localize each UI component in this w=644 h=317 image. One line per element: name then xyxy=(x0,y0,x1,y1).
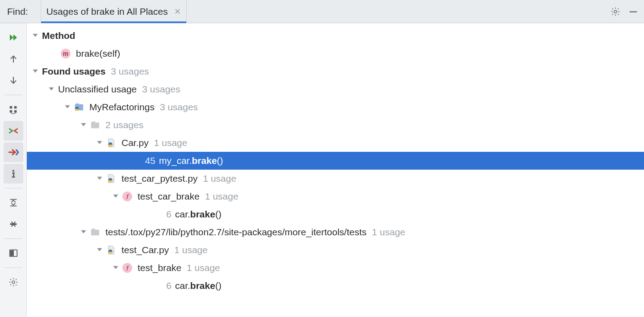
code-snippet: car.brake() xyxy=(175,280,222,291)
svg-rect-5 xyxy=(14,110,17,113)
tree-node-file[interactable]: Car.py 1 usage xyxy=(27,134,644,152)
tab-usages[interactable]: Usages of brake in All Places ✕ xyxy=(41,0,187,23)
chevron-down-icon[interactable] xyxy=(31,32,39,40)
tree-node-function[interactable]: f test_car_brake 1 usage xyxy=(27,188,644,205)
chevron-down-icon[interactable] xyxy=(31,67,39,75)
chevron-down-icon[interactable] xyxy=(79,121,88,129)
rerun-button[interactable] xyxy=(4,28,23,47)
expand-all-button[interactable] xyxy=(4,193,23,213)
node-label: Unclassified usage xyxy=(58,84,137,95)
tree-node-function[interactable]: f test_brake 1 usage xyxy=(27,259,644,277)
code-snippet: my_car.brake() xyxy=(159,155,223,166)
chevron-down-icon[interactable] xyxy=(47,85,55,93)
code-pre: car. xyxy=(175,209,190,219)
python-file-icon xyxy=(106,138,116,148)
tree-node-unclassified[interactable]: Unclassified usage 3 usages xyxy=(27,80,644,98)
chevron-down-icon[interactable] xyxy=(112,264,120,272)
usage-count: 1 usage xyxy=(154,138,188,148)
svg-rect-4 xyxy=(9,110,12,113)
tree-node-usage[interactable]: 6 car.brake() xyxy=(27,205,644,223)
code-post: () xyxy=(217,155,223,166)
node-label: test_car_pytest.py xyxy=(121,173,197,184)
usage-count: 1 usage xyxy=(187,263,220,273)
code-post: () xyxy=(215,209,222,219)
line-number: 6 xyxy=(154,280,171,291)
python-project-icon xyxy=(74,102,84,112)
code-snippet: car.brake() xyxy=(175,209,222,220)
folder-icon xyxy=(90,120,100,130)
svg-point-0 xyxy=(614,10,617,13)
import-dep-button[interactable] xyxy=(4,142,23,162)
chevron-down-icon[interactable] xyxy=(79,228,88,236)
code-match: brake xyxy=(190,209,215,219)
usage-count: 2 usages xyxy=(105,120,143,130)
code-pre: car. xyxy=(175,280,190,291)
chevron-down-icon[interactable] xyxy=(96,139,104,147)
svg-rect-3 xyxy=(14,106,17,109)
method-icon: m xyxy=(61,49,71,58)
collapse-all-button[interactable] xyxy=(4,214,23,234)
preview-button[interactable] xyxy=(4,243,23,263)
svg-rect-2 xyxy=(9,106,12,109)
chevron-down-icon[interactable] xyxy=(112,192,120,200)
svg-rect-11 xyxy=(10,251,13,256)
svg-point-6 xyxy=(12,170,14,171)
python-file-icon xyxy=(106,174,116,184)
usage-count: 3 usages xyxy=(142,84,180,95)
node-label: MyRefactorings xyxy=(89,102,155,113)
close-icon[interactable]: ✕ xyxy=(174,7,181,17)
node-label: Car.py xyxy=(121,138,149,148)
group-by-button[interactable] xyxy=(4,100,23,119)
info-button[interactable] xyxy=(4,164,23,184)
minimize-icon[interactable] xyxy=(627,5,640,18)
tree-node-file[interactable]: test_Car.py 1 usage xyxy=(27,241,644,259)
merge-usages-button[interactable] xyxy=(4,121,23,141)
tree-node-folder[interactable]: tests/.tox/py27/lib/python2.7/site-packa… xyxy=(27,223,644,241)
python-file-icon xyxy=(106,245,116,255)
tree-node-project[interactable]: MyRefactorings 3 usages xyxy=(27,98,644,116)
tab-title: Usages of brake in All Places xyxy=(46,6,168,17)
method-signature: brake(self) xyxy=(76,48,120,59)
node-label: test_Car.py xyxy=(121,245,169,255)
tree-node-method[interactable]: m brake(self) xyxy=(27,45,644,63)
code-pre: my_car. xyxy=(159,155,192,166)
code-match: brake xyxy=(190,280,215,291)
find-label: Find: xyxy=(7,6,28,17)
next-occurrence-button[interactable] xyxy=(4,71,23,90)
svg-rect-1 xyxy=(630,11,637,13)
line-number: 45 xyxy=(138,155,155,166)
code-post: () xyxy=(215,280,222,291)
usage-tree[interactable]: Method m brake(self) Found usages 3 usag… xyxy=(27,23,644,317)
svg-rect-9 xyxy=(12,176,15,177)
tree-node-file[interactable]: test_car_pytest.py 1 usage xyxy=(27,170,644,188)
folder-icon xyxy=(90,227,100,237)
chevron-down-icon[interactable] xyxy=(63,103,71,111)
node-label: test_brake xyxy=(138,263,181,273)
usage-count: 1 usage xyxy=(174,245,208,255)
function-icon: f xyxy=(122,192,132,201)
line-number: 6 xyxy=(154,209,171,220)
svg-rect-8 xyxy=(13,172,14,177)
tree-node-usage[interactable]: 45 my_car.brake() xyxy=(27,152,644,170)
chevron-down-icon[interactable] xyxy=(96,175,104,183)
usage-count: 1 usage xyxy=(203,173,236,184)
usage-count: 3 usages xyxy=(111,66,149,77)
toolstrip xyxy=(0,23,27,317)
chevron-down-icon[interactable] xyxy=(96,246,104,254)
svg-point-12 xyxy=(12,281,15,284)
settings-button[interactable] xyxy=(4,272,23,292)
tabs: Usages of brake in All Places ✕ xyxy=(41,0,187,23)
tree-node-folder[interactable]: 2 usages xyxy=(27,116,644,134)
function-icon: f xyxy=(122,263,132,273)
tree-section-method[interactable]: Method xyxy=(27,27,644,45)
usage-count: 1 usage xyxy=(372,227,406,238)
gear-icon[interactable] xyxy=(609,5,622,18)
prev-occurrence-button[interactable] xyxy=(4,49,23,69)
code-match: brake xyxy=(192,155,217,166)
usage-count: 1 usage xyxy=(205,191,238,202)
section-heading: Method xyxy=(42,30,75,41)
section-heading: Found usages xyxy=(42,66,105,77)
find-panel-header: Find: Usages of brake in All Places ✕ xyxy=(0,0,644,23)
tree-section-found-usages[interactable]: Found usages 3 usages xyxy=(27,63,644,80)
tree-node-usage[interactable]: 6 car.brake() xyxy=(27,277,644,295)
